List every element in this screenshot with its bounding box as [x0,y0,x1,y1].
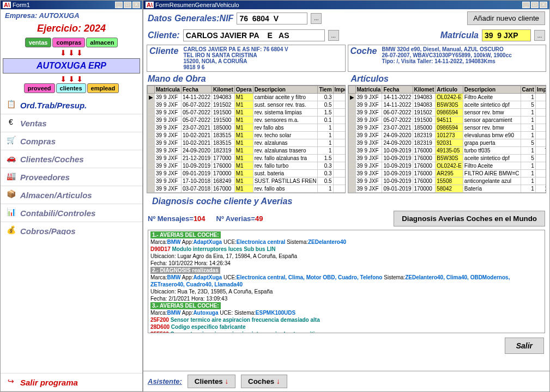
table-row[interactable]: 39 9 JXF24-09-202018231992031grapa puert… [348,139,546,147]
menu-icon: 💰 [5,225,17,235]
erp-emplead-button[interactable]: emplead [87,83,119,93]
erp-almacen-button[interactable]: almacen [86,38,118,47]
menu-icon: 🚗 [5,154,17,164]
table-row[interactable]: 39 9 JXF10-09-2019176000AR295FILTRO AIRE… [348,170,546,177]
menu-label: Compras [20,137,56,146]
salir-programa[interactable]: ↪ Salir programa [1,373,142,391]
table-row[interactable]: ▶39 9 JXF14-11-2022194083OL0242-EFiltro … [348,94,546,101]
table-row[interactable]: 39 9 JXF10-09-2019176000M1rev. fallo tur… [148,162,346,170]
menu-icon: € [5,118,17,128]
articulos-table[interactable]: MatriculaFechaKilometArticuloDescripcion… [348,85,547,193]
matricula-lookup-btn[interactable]: ... [534,30,545,41]
table-row[interactable]: 39 9 JXF06-07-20221915020986594sensor re… [348,109,546,117]
cliente-input[interactable] [183,29,325,41]
menu-label: Proveedores [20,173,70,182]
cliente-label: Cliente: [148,30,180,40]
msg-count: Nº Mensajes=104 [148,215,206,223]
table-row[interactable]: 39 9 JXF05-07-202219150094511sensor apar… [348,117,546,124]
table-row[interactable]: 39 9 JXF10-09-201917600049135-05turbo tf… [348,147,546,155]
menu-label: Ord.Trab/Presup. [20,101,87,110]
matricula-label: Matrícula [440,30,479,40]
coches-button[interactable]: Coches ↓ [241,375,287,388]
new-client-button[interactable]: Añadir nuevo cliente [467,11,545,25]
menu-label: Clientes/Coches [20,155,84,164]
table-row[interactable]: 39 9 JXF05-07-2022191500M1rev. sensores … [148,117,346,124]
maximize-btn[interactable]: □ [124,2,131,8]
menu-item-4[interactable]: 🏭Proveedores [1,168,142,186]
erp-proveed-button[interactable]: proveed [24,83,55,93]
left-titlebar: A\ Form1 _ □ X [1,1,142,9]
cliente-lookup-btn[interactable]: ... [328,30,339,41]
table-row[interactable]: 39 9 JXF09-01-2019170000M1sust. bateria0… [148,170,346,177]
erp-main-button[interactable]: AUTOXUGA ERP [3,58,140,74]
maximize-btn[interactable]: □ [531,2,539,8]
nif-input[interactable] [237,13,307,24]
empresa-label: Empresa: AUTOXUGA [1,9,142,22]
table-row[interactable]: 39 9 JXF10-09-2019176000B5W30Saceite sin… [348,155,546,162]
ejercicio-label: Ejercicio: 2024 [1,22,142,35]
table-row[interactable]: 39 9 JXF23-07-20211850000986594sensor re… [348,124,546,132]
menu-label: Almacen/Articulos [20,191,92,200]
erp-compras-button[interactable]: compras [52,38,85,47]
coche-info-box: Coche BMW 320d e90, Diesel, Manual, AZUL… [348,45,547,72]
datos-generales-label: Datos Generales:NIF [148,14,233,23]
menu-item-5[interactable]: 📦Almacen/Articulos [1,186,142,204]
menu-item-1[interactable]: €Ventas [1,114,142,132]
salir-button[interactable]: Salir [505,338,544,354]
table-row[interactable]: ▶39 9 JXF14-11-2022194083M1cambiar aceit… [148,94,346,101]
asistente-label: Asistente: [148,377,182,385]
table-row[interactable]: 39 9 JXF10-09-2019176000OL0242-EFiltro A… [348,162,546,170]
table-row[interactable]: 39 9 JXF03-07-2018167000M1rev. fallo abs… [148,185,346,193]
aver-count: Nº Averias=49 [216,215,263,223]
menu-item-3[interactable]: 🚗Clientes/Coches [1,150,142,168]
mano-de-obra-title: Mano de Obra [143,73,347,85]
diagnosis-world-button[interactable]: Diagnosis Averias Coches en el Mundo [394,211,545,226]
table-row[interactable]: 39 9 JXF17-10-2018168249M1SUST. PASTILLA… [148,177,346,185]
matricula-input[interactable] [482,29,531,41]
table-row[interactable]: 39 9 JXF10-02-2021183515M1rev. alzalunas… [148,139,346,147]
cliente-info-box: Cliente CARLOS JAVIER PA E AS NIF: 76 68… [147,45,346,72]
menu-icon: 🛒 [5,136,17,146]
table-row[interactable]: 39 9 JXF10-09-201917600015508anticongela… [348,177,546,185]
menu-item-7[interactable]: 💰Cobros/Pagos [1,222,142,235]
mano-de-obra-table[interactable]: MatriculaFechaKilometOperaDescripcionTie… [147,85,346,193]
right-titlebar: A\ FormResumenGeneralVehiculo _ □ X [143,1,549,9]
table-row[interactable]: 39 9 JXF24-09-2020182319M1rev. alzalunas… [148,147,346,155]
menu-item-6[interactable]: 📊Contabili/Controles [1,204,142,222]
minimize-btn[interactable]: _ [115,2,123,8]
diagnosis-content[interactable]: 1.- AVERIAS DEL COCHE:Marca:BMW App:Adap… [148,230,545,333]
menu-icon: 📦 [5,189,17,200]
menu-item-2[interactable]: 🛒Compras [1,132,142,150]
clientes-button[interactable]: Clientes ↓ [188,375,235,388]
menu-label: Contabili/Controles [20,209,95,218]
diagnosis-title: Diagnosis coche cliente y Averias [148,195,545,207]
menu-icon: 📋 [5,100,17,111]
close-btn[interactable]: X [132,2,140,8]
menu-label: Cobros/Pagos [20,226,76,235]
menu-label: Ventas [20,119,47,128]
erp-clientes-button[interactable]: clientes [56,83,86,93]
table-row[interactable]: 39 9 JXF06-07-2022191502M1sust. sensor r… [148,101,346,109]
table-row[interactable]: 39 9 JXF24-09-2020182319101273elevalunas… [348,132,546,139]
nif-lookup-btn[interactable]: ... [311,13,322,24]
erp-ventas-button[interactable]: ventas [25,38,52,47]
minimize-btn[interactable]: _ [522,2,530,8]
table-row[interactable]: 39 9 JXF23-07-2021185000M1rev fallo abs1… [148,124,346,132]
table-row[interactable]: 39 9 JXF10-02-2021183515M1rev. techo sol… [148,132,346,139]
table-row[interactable]: 39 9 JXF21-12-2019177000M1rev. fallo alz… [148,155,346,162]
menu-icon: 🏭 [5,171,17,182]
menu-item-0[interactable]: 📋Ord.Trab/Presup. [1,96,142,114]
table-row[interactable]: 39 9 JXF05-07-2022191500M1rev. sistema l… [148,109,346,117]
articulos-title: Artículos [347,73,550,85]
table-row[interactable]: 39 9 JXF14-11-2022194083B5W30Saceite sin… [348,101,546,109]
table-row[interactable]: 39 9 JXF09-01-201917000058042Batería1120 [348,185,546,193]
menu-icon: 📊 [5,207,17,218]
close-btn[interactable]: X [540,2,547,8]
